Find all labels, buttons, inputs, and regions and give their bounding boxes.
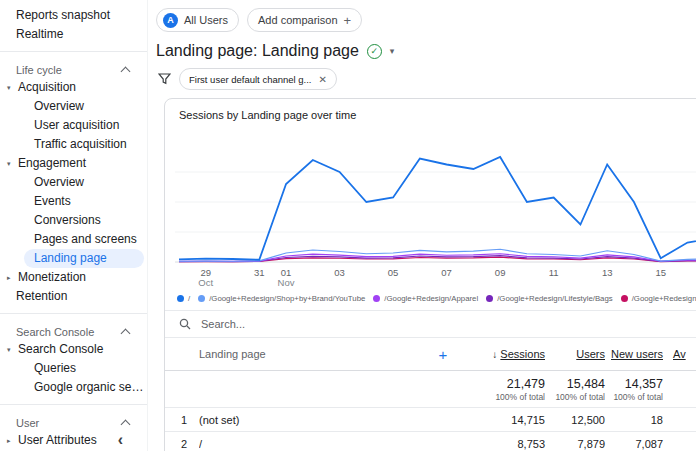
sessions-column-header[interactable]: ↓Sessions xyxy=(463,348,545,360)
sidebar-item-overview[interactable]: Overview xyxy=(0,173,147,192)
main-content: A All Users Add comparison + Landing pag… xyxy=(148,0,696,451)
table-search-bar[interactable] xyxy=(165,310,696,338)
sidebar-item-label: Retention xyxy=(16,289,67,303)
sidebar-item-label: Pages and screens xyxy=(34,232,137,246)
legend-dot-icon xyxy=(486,295,493,302)
section-label: Search Console xyxy=(16,326,94,338)
sidebar-item-label: Reports snapshot xyxy=(16,8,110,22)
legend-dot-icon xyxy=(198,295,205,302)
sidebar-item-pages-and-screens[interactable]: Pages and screens xyxy=(0,230,147,249)
chart-title: Sessions by Landing page over time xyxy=(165,99,696,128)
landing-page-column-header[interactable]: Landing page xyxy=(199,348,423,360)
collapse-sidebar-button[interactable]: ‹ xyxy=(118,433,123,447)
sidebar-item-user-attributes[interactable]: ▸User Attributes xyxy=(0,431,147,450)
comparison-bar: A All Users Add comparison + xyxy=(148,0,696,32)
sessions-cell: 14,715 xyxy=(463,414,545,426)
legend-label: /Google+Redesign/Apparel xyxy=(384,294,478,303)
sidebar-divider xyxy=(0,313,147,314)
totals-sessions: 21,479 100% of total xyxy=(463,377,545,402)
avg-column-header[interactable]: Av xyxy=(663,348,696,360)
filter-chip[interactable]: First user default channel g... ✕ xyxy=(179,68,337,90)
table-row[interactable]: 2/8,7537,8797,087 xyxy=(165,432,696,451)
line-chart-svg xyxy=(175,128,696,268)
sidebar-item-events[interactable]: Events xyxy=(0,192,147,211)
add-comparison-button[interactable]: Add comparison + xyxy=(247,8,362,32)
x-tick: 31 xyxy=(244,268,274,278)
x-tick: 05 xyxy=(378,268,408,278)
legend-item-google-redesign-lifestyle-bags[interactable]: /Google+Redesign/Lifestyle/Bags xyxy=(486,294,613,303)
sidebar-item-realtime[interactable]: Realtime xyxy=(0,25,147,44)
sidebar-item-search-console[interactable]: ▾Search Console xyxy=(0,340,147,359)
legend-item-google-redesign-shop-by-brand-youtube[interactable]: /Google+Redesign/Shop+by+Brand/YouTube xyxy=(198,294,365,303)
legend-label: /Google+Redesign/Lifestyle/Bags xyxy=(497,294,613,303)
sidebar-item-retention[interactable]: Retention xyxy=(0,287,147,306)
x-tick: 15 xyxy=(646,268,676,278)
sort-descending-icon: ↓ xyxy=(492,349,497,360)
legend-dot-icon xyxy=(177,295,184,302)
sessions-over-time-chart[interactable] xyxy=(175,128,696,268)
chart-legend: //Google+Redesign/Shop+by+Brand/YouTube/… xyxy=(165,288,696,306)
landing-page-cell: / xyxy=(199,438,423,450)
chevron-down-icon: ▾ xyxy=(7,154,11,173)
table-row[interactable]: 1(not set)14,71512,50018 xyxy=(165,408,696,432)
data-quality-check-icon[interactable]: ✓ xyxy=(367,44,382,59)
table-totals-row: 21,479 100% of total 15,484 100% of tota… xyxy=(165,371,696,408)
sidebar-divider xyxy=(0,404,147,405)
sidebar-item-label: Search Console xyxy=(18,342,103,356)
totals-new-users: 14,357 100% of total xyxy=(605,377,663,402)
sidebar-item-acquisition[interactable]: ▾Acquisition xyxy=(0,78,147,97)
chevron-down-icon: ▾ xyxy=(7,340,11,359)
search-icon xyxy=(179,318,191,330)
x-tick: 13 xyxy=(592,268,622,278)
table-header-row: Landing page + ↓Sessions Users New users… xyxy=(165,338,696,371)
chevron-right-icon: ▸ xyxy=(7,268,11,287)
chevron-up-icon xyxy=(121,419,131,429)
close-icon[interactable]: ✕ xyxy=(319,74,327,85)
sidebar-item-traffic-acquisition[interactable]: Traffic acquisition xyxy=(0,135,147,154)
legend-item-[interactable]: / xyxy=(177,294,190,303)
analytics-app: Reports snapshotRealtimeLife cycle▾Acqui… xyxy=(0,0,696,451)
search-input[interactable] xyxy=(199,317,423,331)
sidebar-section-search-console[interactable]: Search Console xyxy=(0,323,147,340)
legend-dot-icon xyxy=(373,295,380,302)
page-title: Landing page: Landing page xyxy=(156,42,359,60)
sidebar-item-label: Google organic search traf... xyxy=(34,380,147,394)
x-tick: 11 xyxy=(539,268,569,278)
chevron-down-icon: ▾ xyxy=(7,78,11,97)
sidebar-item-user-acquisition[interactable]: User acquisition xyxy=(0,116,147,135)
x-tick: 03 xyxy=(325,268,355,278)
new-users-column-header[interactable]: New users xyxy=(605,348,663,360)
sidebar-item-label: Overview xyxy=(34,175,84,189)
sidebar-item-overview[interactable]: Overview xyxy=(0,97,147,116)
sidebar-item-label: Overview xyxy=(34,99,84,113)
report-card: Sessions by Landing page over time 29Oct… xyxy=(164,98,696,451)
sidebar-item-label: Queries xyxy=(34,361,76,375)
chevron-right-icon: ▸ xyxy=(7,431,11,450)
sidebar-item-landing-page[interactable]: Landing page xyxy=(24,249,144,268)
new-users-cell: 18 xyxy=(605,414,663,426)
chevron-down-icon[interactable]: ▾ xyxy=(390,46,395,56)
filter-bar: First user default channel g... ✕ xyxy=(148,60,696,90)
section-label: User xyxy=(16,417,39,429)
chevron-up-icon xyxy=(121,66,131,76)
chart-x-axis: 29Oct3101Nov03050709111315 xyxy=(165,268,696,288)
sidebar-item-google-organic-search-traf[interactable]: Google organic search traf... xyxy=(0,378,147,397)
sidebar-section-user[interactable]: User xyxy=(0,414,147,431)
legend-item-google-redesign-apparel[interactable]: /Google+Redesign/Apparel xyxy=(373,294,478,303)
x-tick: 29Oct xyxy=(191,268,221,288)
sidebar-item-monetization[interactable]: ▸Monetization xyxy=(0,268,147,287)
add-dimension-button[interactable]: + xyxy=(423,346,463,363)
sidebar-item-engagement[interactable]: ▾Engagement xyxy=(0,154,147,173)
all-users-chip[interactable]: A All Users xyxy=(156,8,239,32)
legend-label: /Google+Redesign/Apparel/Mens xyxy=(632,294,696,303)
section-label: Life cycle xyxy=(16,64,62,76)
sidebar-section-life-cycle[interactable]: Life cycle xyxy=(0,61,147,78)
sidebar-item-queries[interactable]: Queries xyxy=(0,359,147,378)
sidebar-item-reports-snapshot[interactable]: Reports snapshot xyxy=(0,6,147,25)
legend-label: / xyxy=(188,294,190,303)
legend-item-google-redesign-apparel-mens[interactable]: /Google+Redesign/Apparel/Mens xyxy=(621,294,696,303)
users-column-header[interactable]: Users xyxy=(545,348,605,360)
sidebar-item-conversions[interactable]: Conversions xyxy=(0,211,147,230)
filter-funnel-icon[interactable] xyxy=(158,73,171,85)
x-tick: 01Nov xyxy=(271,268,301,288)
